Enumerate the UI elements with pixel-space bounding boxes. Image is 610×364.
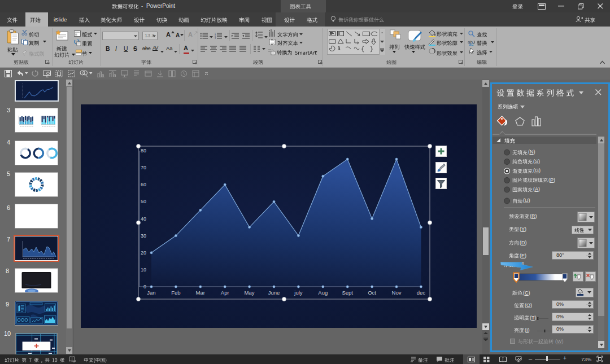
svg-text:0: 0 <box>143 284 146 290</box>
svg-text:70: 70 <box>141 165 146 170</box>
svg-text:40: 40 <box>141 216 146 222</box>
svg-text:June: June <box>268 290 280 296</box>
svg-text:Apr: Apr <box>221 290 229 296</box>
svg-text:10: 10 <box>141 267 146 273</box>
svg-text:Oct: Oct <box>368 290 376 296</box>
svg-text:60: 60 <box>141 182 146 187</box>
svg-text:Feb: Feb <box>171 290 180 296</box>
svg-text:4: 4 <box>215 38 216 39</box>
svg-text:Sept: Sept <box>342 290 353 296</box>
svg-text:Jan: Jan <box>147 290 155 296</box>
svg-text:May: May <box>245 290 255 296</box>
svg-text:ac: ac <box>469 42 473 46</box>
svg-text:20: 20 <box>141 250 146 256</box>
svg-text:50: 50 <box>141 199 146 204</box>
svg-text:30: 30 <box>141 233 146 239</box>
svg-text:Mar: Mar <box>196 290 205 296</box>
svg-text:dec: dec <box>417 290 426 296</box>
svg-text:july: july <box>294 290 303 296</box>
svg-text:Aug: Aug <box>318 290 328 296</box>
svg-text:80: 80 <box>141 148 146 154</box>
svg-text:Nov: Nov <box>392 290 402 296</box>
